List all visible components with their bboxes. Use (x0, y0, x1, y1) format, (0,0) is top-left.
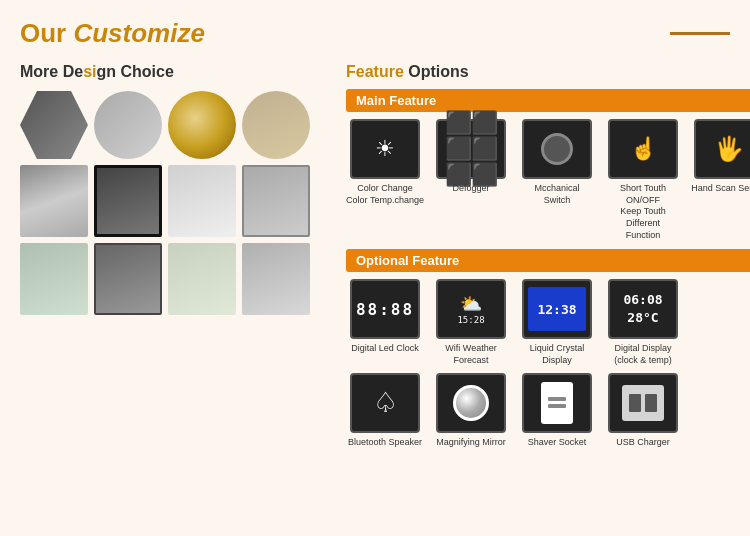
main-feature-row: ☀ Color ChangeColor Temp.change ⬛⬛⬛⬛⬛⬛ D… (346, 119, 750, 241)
usb-port-2 (645, 394, 657, 412)
header-divider (670, 32, 730, 35)
led-clock-icon: 88:88 (356, 300, 414, 319)
design-choice-title: More Design Choice (20, 63, 330, 81)
hand-scan-icon-box: 🖐 (694, 119, 750, 179)
digital-display-label: Digital Display(clock & temp) (614, 343, 672, 366)
page: Our Customize More Design Choice (0, 0, 750, 536)
feature-hand-scan: 🖐 Hand Scan Sensor (690, 119, 750, 241)
design-rect-6 (94, 243, 162, 315)
hand-scan-icon: 🖐 (714, 135, 744, 163)
color-change-label: Color ChangeColor Temp.change (346, 183, 424, 206)
design-row-1 (20, 91, 330, 159)
feature-magnify: Magnifying Mirror (432, 373, 510, 449)
defogger-icon: ⬛⬛⬛⬛⬛⬛ (445, 110, 497, 188)
lcd-icon: 12:38 (528, 287, 586, 331)
magnify-label: Magnifying Mirror (436, 437, 506, 449)
weather-icon: ⛅ 15:28 (457, 293, 484, 325)
switch-icon (541, 133, 573, 165)
touch-icon-box: ☝ (608, 119, 678, 179)
feature-options-title: Feature Options (346, 63, 750, 81)
touch-label: Short Touth ON/OFFKeep Touth DifferentFu… (604, 183, 682, 241)
switch-label: McchanicalSwitch (534, 183, 579, 206)
optional-feature-row-2: ♤ Bluetooth Speaker Magnifying Mirror (346, 373, 750, 449)
sun-icon: ☀ (375, 136, 395, 162)
hand-scan-label: Hand Scan Sensor (691, 183, 750, 195)
defogger-label: Defogger (452, 183, 489, 195)
usb-label: USB Charger (616, 437, 670, 449)
design-rect-8 (242, 243, 310, 315)
led-clock-label: Digital Led Clock (351, 343, 419, 355)
magnify-icon (453, 385, 489, 421)
design-hex-mirror (20, 91, 88, 159)
design-circle-room-mirror (242, 91, 310, 159)
design-row-3 (20, 243, 330, 315)
feature-bluetooth: ♤ Bluetooth Speaker (346, 373, 424, 449)
shaver-label: Shaver Socket (528, 437, 587, 449)
shaver-slot-2 (548, 404, 566, 408)
title-our: Our (20, 18, 73, 48)
design-rect-7 (168, 243, 236, 315)
led-clock-icon-box: 88:88 (350, 279, 420, 339)
feature-touch: ☝ Short Touth ON/OFFKeep Touth Different… (604, 119, 682, 241)
color-change-icon-box: ☀ (350, 119, 420, 179)
main-content: More Design Choice (20, 63, 730, 455)
usb-icon (622, 385, 664, 421)
optional-feature-header: Optional Feature (346, 249, 750, 272)
design-row-2 (20, 165, 330, 237)
shaver-slot-1 (548, 397, 566, 401)
feature-digital-display: 06:0828°C Digital Display(clock & temp) (604, 279, 682, 366)
switch-icon-box (522, 119, 592, 179)
usb-icon-box (608, 373, 678, 433)
bluetooth-label: Bluetooth Speaker (348, 437, 422, 449)
magnify-icon-box (436, 373, 506, 433)
optional-section: Optional Feature 88:88 Digital Led Clock… (346, 249, 750, 448)
page-title: Our Customize (20, 18, 205, 49)
feature-lcd: 12:38 Liquid Crystal Display (518, 279, 596, 366)
feature-color-change: ☀ Color ChangeColor Temp.change (346, 119, 424, 241)
weather-label: Wifi Weather Forecast (432, 343, 510, 366)
usb-port-1 (629, 394, 641, 412)
main-feature-header: Main Feature (346, 89, 750, 112)
weather-icon-box: ⛅ 15:28 (436, 279, 506, 339)
feature-defogger: ⬛⬛⬛⬛⬛⬛ Defogger (432, 119, 510, 241)
header: Our Customize (20, 18, 730, 49)
lcd-icon-box: 12:38 (522, 279, 592, 339)
shaver-icon (541, 382, 573, 424)
bluetooth-icon-box: ♤ (350, 373, 420, 433)
design-rect-2 (94, 165, 162, 237)
feature-weather: ⛅ 15:28 Wifi Weather Forecast (432, 279, 510, 366)
bluetooth-icon: ♤ (373, 386, 398, 419)
left-column: More Design Choice (20, 63, 330, 455)
lcd-label: Liquid Crystal Display (518, 343, 596, 366)
design-circle-lit-mirror (168, 91, 236, 159)
feature-switch: McchanicalSwitch (518, 119, 596, 241)
title-customize: Customize (73, 18, 204, 48)
right-column: Feature Options Main Feature ☀ Color Cha… (346, 63, 750, 455)
design-rect-5 (20, 243, 88, 315)
lcd-display-icon: 12:38 (537, 302, 576, 317)
design-rect-4 (242, 165, 310, 237)
design-grid (20, 91, 330, 315)
feature-usb: USB Charger (604, 373, 682, 449)
design-oval-mirror (94, 91, 162, 159)
design-rect-1 (20, 165, 88, 237)
shaver-icon-box (522, 373, 592, 433)
digital-display-icon: 06:0828°C (623, 291, 662, 327)
touch-icon: ☝ (630, 136, 657, 162)
feature-led-clock: 88:88 Digital Led Clock (346, 279, 424, 366)
feature-shaver: Shaver Socket (518, 373, 596, 449)
digital-display-icon-box: 06:0828°C (608, 279, 678, 339)
defogger-icon-box: ⬛⬛⬛⬛⬛⬛ (436, 119, 506, 179)
optional-feature-row-1: 88:88 Digital Led Clock ⛅ 15:28 Wifi Wea… (346, 279, 750, 366)
design-rect-3 (168, 165, 236, 237)
